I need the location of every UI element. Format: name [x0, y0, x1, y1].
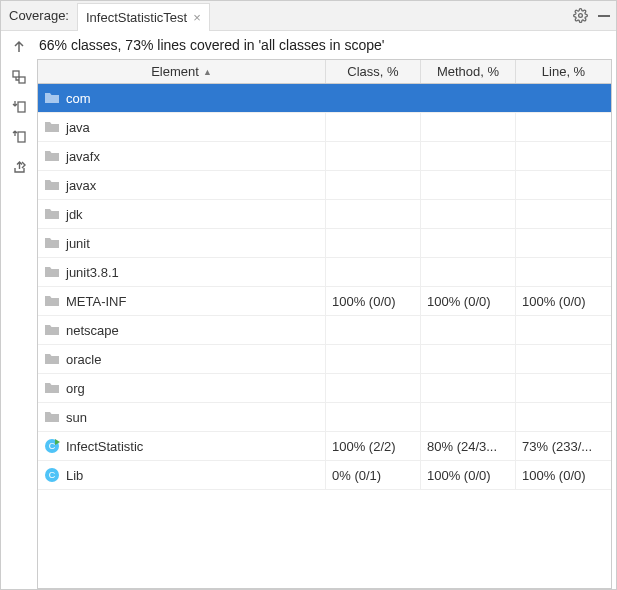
svg-rect-2	[13, 71, 19, 77]
row-label: netscape	[66, 323, 119, 338]
cell-element: jdk	[38, 200, 326, 228]
cell-method	[421, 200, 516, 228]
cell-method	[421, 258, 516, 286]
cell-element: oracle	[38, 345, 326, 373]
sort-ascending-icon: ▲	[203, 67, 212, 77]
cell-class	[326, 171, 421, 199]
cell-line	[516, 345, 611, 373]
cell-method	[421, 113, 516, 141]
cell-element: CLib	[38, 461, 326, 489]
toolbar-gutter	[1, 31, 37, 589]
row-label: oracle	[66, 352, 101, 367]
table-row[interactable]: jdk	[38, 200, 611, 229]
table-row[interactable]: sun	[38, 403, 611, 432]
table-row[interactable]: META-INF100% (0/0)100% (0/0)100% (0/0)	[38, 287, 611, 316]
tab-coverage-run[interactable]: InfectStatisticTest ×	[77, 3, 210, 31]
table-row[interactable]: netscape	[38, 316, 611, 345]
export-icon[interactable]	[9, 157, 29, 177]
coverage-table: Element ▲ Class, % Method, % Line, % com…	[37, 59, 612, 589]
cell-line	[516, 200, 611, 228]
table-row[interactable]: oracle	[38, 345, 611, 374]
table-row[interactable]: javax	[38, 171, 611, 200]
tab-title: InfectStatisticTest	[86, 10, 187, 25]
svg-rect-3	[19, 77, 25, 83]
autoscroll-to-source-icon[interactable]	[9, 97, 29, 117]
minimize-icon[interactable]	[592, 4, 616, 28]
cell-class	[326, 316, 421, 344]
cell-line	[516, 171, 611, 199]
close-icon[interactable]: ×	[193, 11, 201, 24]
column-method-pct[interactable]: Method, %	[421, 60, 516, 83]
row-label: jdk	[66, 207, 83, 222]
row-label: Lib	[66, 468, 83, 483]
folder-icon	[44, 177, 60, 193]
panel-header: Coverage: InfectStatisticTest ×	[1, 1, 616, 31]
row-label: javax	[66, 178, 96, 193]
row-label: com	[66, 91, 91, 106]
table-row[interactable]: junit	[38, 229, 611, 258]
cell-class: 100% (0/0)	[326, 287, 421, 315]
flatten-packages-icon[interactable]	[9, 67, 29, 87]
cell-method: 100% (0/0)	[421, 287, 516, 315]
table-row[interactable]: CLib0% (0/1)100% (0/0)100% (0/0)	[38, 461, 611, 490]
row-label: org	[66, 381, 85, 396]
folder-icon	[44, 293, 60, 309]
folder-icon	[44, 322, 60, 338]
cell-element: junit3.8.1	[38, 258, 326, 286]
cell-method	[421, 403, 516, 431]
cell-element: netscape	[38, 316, 326, 344]
table-row[interactable]: junit3.8.1	[38, 258, 611, 287]
cell-line	[516, 142, 611, 170]
row-label: InfectStatistic	[66, 439, 143, 454]
cell-element: javax	[38, 171, 326, 199]
column-element[interactable]: Element ▲	[38, 60, 326, 83]
folder-icon	[44, 264, 60, 280]
cell-method	[421, 84, 516, 112]
cell-element: javafx	[38, 142, 326, 170]
cell-line	[516, 84, 611, 112]
table-row[interactable]: CInfectStatistic100% (2/2)80% (24/3...73…	[38, 432, 611, 461]
cell-line	[516, 258, 611, 286]
class-run-icon: C	[44, 438, 60, 454]
cell-class	[326, 142, 421, 170]
cell-method	[421, 316, 516, 344]
table-row[interactable]: com	[38, 84, 611, 113]
autoscroll-from-source-icon[interactable]	[9, 127, 29, 147]
folder-icon	[44, 90, 60, 106]
cell-line	[516, 374, 611, 402]
cell-method	[421, 229, 516, 257]
row-label: junit	[66, 236, 90, 251]
svg-rect-4	[18, 102, 25, 112]
svg-text:C: C	[49, 441, 56, 451]
cell-line: 100% (0/0)	[516, 461, 611, 489]
cell-element: META-INF	[38, 287, 326, 315]
cell-element: com	[38, 84, 326, 112]
cell-class: 100% (2/2)	[326, 432, 421, 460]
coverage-label: Coverage:	[9, 8, 77, 23]
table-row[interactable]: javafx	[38, 142, 611, 171]
table-row[interactable]: java	[38, 113, 611, 142]
folder-icon	[44, 119, 60, 135]
cell-method: 80% (24/3...	[421, 432, 516, 460]
row-label: java	[66, 120, 90, 135]
table-row[interactable]: org	[38, 374, 611, 403]
cell-line	[516, 113, 611, 141]
folder-icon	[44, 206, 60, 222]
cell-class	[326, 113, 421, 141]
cell-method	[421, 171, 516, 199]
folder-icon	[44, 148, 60, 164]
column-line-pct[interactable]: Line, %	[516, 60, 611, 83]
gear-icon[interactable]	[568, 4, 592, 28]
cell-class: 0% (0/1)	[326, 461, 421, 489]
column-class-pct[interactable]: Class, %	[326, 60, 421, 83]
coverage-summary: 66% classes, 73% lines covered in 'all c…	[37, 31, 612, 59]
cell-element: org	[38, 374, 326, 402]
svg-rect-5	[18, 132, 25, 142]
class-icon: C	[44, 467, 60, 483]
cell-class	[326, 403, 421, 431]
cell-method	[421, 374, 516, 402]
cell-line	[516, 403, 611, 431]
folder-icon	[44, 409, 60, 425]
cell-element: sun	[38, 403, 326, 431]
arrow-up-icon[interactable]	[9, 37, 29, 57]
